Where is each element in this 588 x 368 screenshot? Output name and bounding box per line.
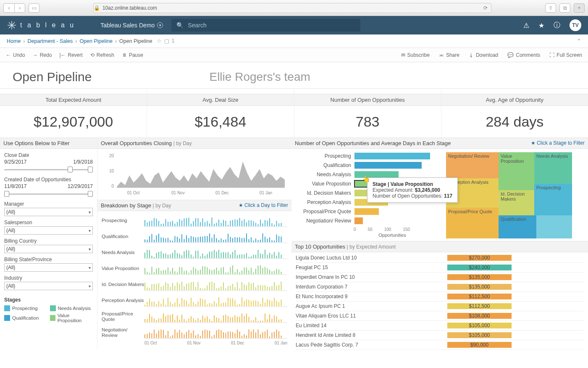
close-date-slider[interactable] [4, 166, 93, 173]
legend-item[interactable]: Value Proposition [50, 313, 93, 323]
legend-item[interactable]: Needs Analysis [50, 305, 93, 311]
breakdown-spark[interactable] [144, 213, 287, 229]
breadcrumb-department[interactable]: Department - Sales [28, 38, 73, 44]
closing-area-chart[interactable]: 20 10 0 01 Oct 01 Nov 01 Dec 01 Jan [97, 149, 291, 200]
browser-sidebar-button[interactable]: ▭ [29, 3, 39, 13]
avatar[interactable]: TV [570, 19, 581, 31]
pause-button[interactable]: ⏸Pause [122, 52, 143, 58]
star-outline-icon[interactable]: ☆ [157, 38, 162, 44]
svg-rect-352 [226, 302, 226, 306]
stage-bar-row[interactable] [354, 161, 438, 170]
browser-forward-button[interactable]: › [14, 3, 25, 13]
svg-rect-421 [244, 316, 245, 322]
collapse-icon[interactable]: ⌃ [577, 38, 581, 44]
filters-panel: Use Options Below to Filter Close Date 9… [0, 138, 97, 350]
created-date-slider[interactable] [4, 190, 93, 198]
share-button[interactable]: ⫘Share [439, 52, 459, 58]
top10-row[interactable]: Lacus Pede Sagittis Corp. 7 $90,000 [296, 340, 584, 350]
stage-bar-chart[interactable]: ProspectingQualificationNeeds AnalysisVa… [291, 149, 443, 227]
subscribe-button[interactable]: ✉Subscribe [401, 52, 430, 58]
kpi-card[interactable]: Avg. Age of Opportunity 284 days [441, 89, 588, 138]
stage-bar-row[interactable] [354, 151, 438, 161]
svg-rect-327 [168, 298, 168, 306]
breadcrumb-workbook[interactable]: Open Pipeline [79, 38, 113, 44]
legend-item[interactable]: Prospecting [4, 305, 47, 311]
billing-country-select[interactable]: (All) [4, 245, 93, 253]
kpi-label: Total Expected Amount [0, 94, 147, 106]
stage-hint[interactable]: Click a Stage to Filter [531, 140, 585, 146]
reload-icon[interactable]: ⟳ [483, 5, 488, 11]
top10-row[interactable]: Interdum Corporation 7 $135,000 [296, 282, 584, 292]
svg-rect-246 [262, 268, 263, 274]
workbook-selector[interactable]: Tableau Sales Demo ▾ [100, 22, 163, 29]
search-input[interactable]: 🔍 Search [171, 19, 360, 32]
views-icon[interactable]: ▢ [164, 38, 169, 44]
industry-label: Industry [4, 275, 93, 281]
treemap-cell[interactable]: Needs Analysis [534, 152, 572, 184]
top10-name: Eu Limited 14 [296, 323, 447, 328]
top10-row[interactable]: Ligula Donec Luctus Ltd 10 $270,000 [296, 253, 584, 263]
industry-select[interactable]: (All) [4, 282, 93, 290]
svg-rect-383 [156, 320, 157, 322]
breakdown-spark[interactable] [144, 293, 287, 309]
refresh-button[interactable]: ⟲Refresh [90, 52, 114, 58]
top10-row[interactable]: Imperdiet Ornare In PC 10 $135,000 [296, 273, 584, 282]
fullscreen-button[interactable]: ⛶Full Screen [549, 52, 582, 58]
breakdown-spark[interactable] [144, 261, 287, 277]
manager-select[interactable]: (All) [4, 208, 93, 216]
browser-tabs-button[interactable]: ⧉ [559, 3, 570, 13]
salesperson-label: Salesperson [4, 220, 93, 225]
legend-item[interactable]: Qualification [4, 313, 47, 323]
top10-row[interactable]: Hendrerit Id Ante Limited 8 $105,000 [296, 331, 584, 340]
browser-url-bar[interactable]: 🔒 10az.online.tableau.com ⟳ [93, 3, 491, 13]
breakdown-chart[interactable]: ProspectingQualificationNeeds AnalysisVa… [97, 211, 291, 341]
redo-button[interactable]: →Redo [33, 52, 52, 58]
top10-table[interactable]: Ligula Donec Luctus Ltd 10 $270,000 Feug… [291, 252, 588, 350]
comments-button[interactable]: 💬Comments [507, 52, 540, 58]
breakdown-spark[interactable] [144, 325, 287, 341]
kpi-card[interactable]: Number of Open Opportunities 783 [294, 89, 441, 138]
breakdown-spark[interactable] [144, 277, 287, 293]
treemap-cell[interactable]: Id. Decision Makers [499, 190, 534, 215]
breakdown-spark[interactable] [144, 229, 287, 245]
browser-newtab-button[interactable]: + [574, 3, 585, 13]
top10-row[interactable]: Vitae Aliquam Eros LLC 11 $108,000 [296, 311, 584, 321]
alert-icon[interactable]: ⚠ [523, 21, 529, 29]
svg-rect-211 [181, 267, 182, 274]
svg-rect-118 [249, 239, 249, 242]
top10-row[interactable]: Et Nunc Incorporated 9 $112,500 [296, 292, 584, 302]
tableau-logo[interactable]: t a b l e a u [7, 20, 75, 30]
treemap-cell[interactable]: Prospecting [534, 184, 572, 215]
svg-rect-420 [242, 313, 242, 322]
stage-treemap[interactable]: Negotiation/ ReviewPerception AnalysisPr… [446, 152, 572, 238]
breakdown-spark[interactable] [144, 245, 287, 261]
svg-rect-444 [156, 334, 157, 338]
breadcrumb-home[interactable]: Home [7, 38, 21, 44]
svg-rect-285 [212, 281, 213, 290]
treemap-cell[interactable]: Proposal/Price Quote [446, 208, 499, 238]
top10-row[interactable]: Eu Limited 14 $105,000 [296, 321, 584, 331]
browser-share-button[interactable]: ⇧ [545, 3, 556, 13]
stage-bar-row[interactable] [354, 207, 438, 216]
svg-rect-426 [255, 317, 256, 322]
kpi-card[interactable]: Total Expected Amount $12,907,000 [0, 89, 147, 138]
treemap-cell[interactable] [536, 215, 572, 238]
billing-state-select[interactable]: (All) [4, 263, 93, 272]
top10-row[interactable]: Augue Ac Ipsum PC 1 $112,500 [296, 302, 584, 311]
top10-row[interactable]: Feugiat PC 15 $240,000 [296, 263, 584, 273]
download-button[interactable]: ⭳Download [469, 52, 498, 58]
salesperson-select[interactable]: (All) [4, 226, 93, 235]
treemap-cell[interactable]: Negotiation/ Review [446, 152, 499, 178]
favorite-icon[interactable]: ★ [538, 21, 544, 29]
treemap-cell[interactable]: Value Proposition [499, 152, 534, 190]
browser-back-button[interactable]: ‹ [3, 3, 14, 13]
kpi-card[interactable]: Avg. Deal Size $16,484 [147, 89, 294, 138]
info-icon[interactable]: ⓘ [554, 21, 560, 30]
stage-bar-row[interactable] [354, 216, 438, 225]
undo-button[interactable]: ←Undo [6, 52, 25, 58]
svg-rect-187 [267, 255, 268, 258]
breakdown-hint[interactable]: Click a Day to Filter [239, 202, 288, 208]
treemap-cell[interactable]: Qualification [499, 215, 536, 238]
revert-button[interactable]: |←Revert [59, 52, 82, 58]
breakdown-spark[interactable] [144, 309, 287, 325]
